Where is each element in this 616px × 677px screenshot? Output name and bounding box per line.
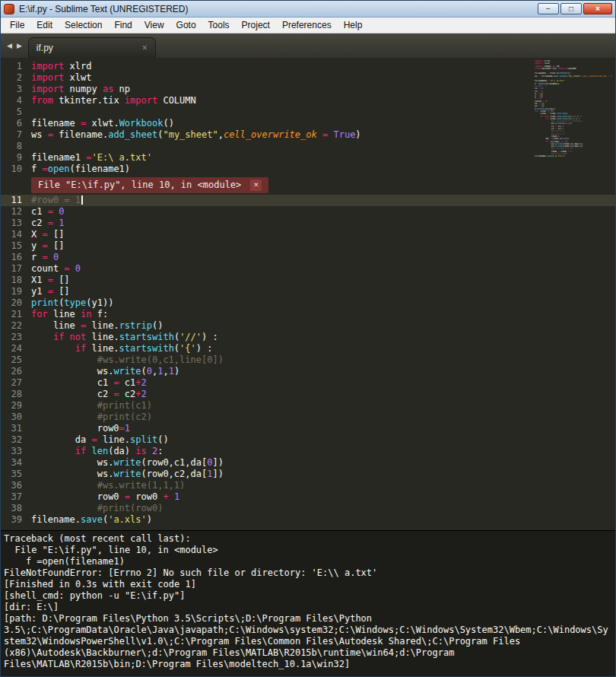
code-line[interactable]: 2import xlwt (1, 72, 615, 84)
tab-scroll-right-icon[interactable]: ▶ (17, 42, 22, 49)
window-title: E:\if.py - Sublime Text (UNREGISTERED) (19, 4, 189, 14)
line-number: 23 (1, 332, 31, 343)
code-line[interactable]: 9filename1 ='E:\ a.txt' (1, 152, 615, 164)
code-line[interactable]: 39filename.save('a.xls') (1, 514, 615, 526)
code-line[interactable]: 36 #ws.write(1,1,1) (1, 480, 615, 491)
line-number: 10 (1, 164, 31, 175)
menu-bar: FileEditSelectionFindViewGotoToolsProjec… (1, 17, 615, 33)
code-line[interactable]: 24 if line.startswith('{') : (1, 343, 615, 354)
code-line[interactable]: 3import numpy as np (1, 84, 615, 95)
console-line: File "E:\if.py", line 10, in <module> (4, 545, 612, 556)
line-number: 4 (1, 95, 31, 106)
minimap[interactable]: import xlrdimport xlwtimport numpy as np… (535, 60, 612, 158)
line-number: 31 (1, 423, 31, 434)
code-text: #print(c1) (31, 400, 615, 412)
menu-item-find[interactable]: Find (108, 18, 138, 32)
phantom-close-icon[interactable]: × (250, 180, 262, 191)
code-line[interactable]: 35 ws.write(row0,c2,da[1]) (1, 469, 615, 480)
code-text: X = [] (31, 229, 615, 240)
code-line[interactable]: 12c1 = 0 (1, 206, 615, 218)
code-line[interactable]: 26 ws.write(0,1,1) (1, 366, 615, 377)
line-number: 16 (1, 252, 31, 263)
code-line[interactable]: 13c2 = 1 (1, 218, 615, 229)
code-line[interactable]: 32 da = line.split() (1, 434, 615, 446)
menu-item-project[interactable]: Project (236, 18, 276, 32)
line-number: 12 (1, 206, 31, 218)
code-line[interactable]: 21for line in f: (1, 309, 615, 320)
code-text: y1 = [] (31, 286, 615, 297)
title-bar[interactable]: E:\if.py - Sublime Text (UNREGISTERED) −… (1, 1, 615, 17)
code-line[interactable]: 31 row0=1 (1, 423, 615, 434)
tab-ifpy[interactable]: if.py × (28, 37, 156, 58)
line-number: 13 (1, 218, 31, 229)
tab-scroll-left-icon[interactable]: ◀ (7, 42, 12, 49)
code-line[interactable]: 14X = [] (1, 229, 615, 240)
code-line[interactable]: 29 #print(c1) (1, 400, 615, 412)
code-line[interactable]: 6filename = xlwt.Workbook() (1, 118, 615, 129)
code-line[interactable]: 16r = 0 (1, 252, 615, 263)
code-text: ws.write(0,1,1) (31, 366, 615, 377)
code-line[interactable]: 34 ws.write(row0,c1,da[0]) (1, 457, 615, 469)
code-text: ws = filename.add_sheet("my_sheet",cell_… (31, 129, 615, 141)
menu-item-goto[interactable]: Goto (170, 18, 202, 32)
editor[interactable]: 1import xlrd2import xlwt3import numpy as… (1, 58, 615, 530)
code-text: r = 0 (31, 252, 615, 263)
code-line[interactable]: 38 #print(row0) (1, 503, 615, 514)
line-number: 37 (1, 491, 31, 503)
console-line: [dir: E:\] (4, 602, 612, 613)
line-number: 25 (1, 354, 31, 366)
line-number: 33 (1, 446, 31, 457)
code-line[interactable]: 37 row0 = row0 + 1 (1, 491, 615, 503)
code-line[interactable]: 27 c1 = c1+2 (1, 377, 615, 389)
code-line[interactable]: 17count = 0 (1, 263, 615, 275)
line-number: 36 (1, 480, 31, 491)
code-text: #print(row0) (31, 503, 615, 514)
code-line[interactable]: 15y = [] (1, 240, 615, 252)
line-number: 30 (1, 412, 31, 423)
code-text: for line in f: (31, 309, 615, 320)
code-text: import xlwt (31, 72, 615, 84)
line-number: 18 (1, 275, 31, 286)
menu-item-selection[interactable]: Selection (59, 18, 108, 32)
menu-item-tools[interactable]: Tools (202, 18, 236, 32)
minimize-button[interactable]: − (538, 3, 559, 14)
line-number: 5 (1, 106, 31, 118)
code-text: X1 = [] (31, 275, 615, 286)
phantom-error-text: File "E:\if.py", line 10, in <module> (38, 180, 241, 190)
code-text: c1 = c1+2 (31, 377, 615, 389)
code-line[interactable]: 5 (1, 106, 615, 118)
menu-item-edit[interactable]: Edit (30, 18, 59, 32)
code-line[interactable]: 30 #print(c2) (1, 412, 615, 423)
console-panel[interactable]: Traceback (most recent call last): File … (1, 530, 615, 676)
code-area[interactable]: 1import xlrd2import xlwt3import numpy as… (1, 61, 615, 526)
minimap-line: filename.save('a.xls') (535, 155, 612, 157)
text-caret (81, 195, 83, 205)
code-line[interactable]: 4from tkinter.tix import COLUMN (1, 95, 615, 106)
code-text: #ws.write(1,1,1) (31, 480, 615, 491)
console-line: [Finished in 0.3s with exit code 1] (4, 579, 612, 590)
code-line[interactable]: 20print(type(y1)) (1, 297, 615, 309)
sublime-window: E:\if.py - Sublime Text (UNREGISTERED) −… (0, 0, 616, 677)
menu-item-preferences[interactable]: Preferences (276, 18, 338, 32)
code-line[interactable]: 7ws = filename.add_sheet("my_sheet",cell… (1, 129, 615, 141)
code-line[interactable]: 8 (1, 141, 615, 152)
code-line[interactable]: 33 if len(da) is 2: (1, 446, 615, 457)
menu-item-help[interactable]: Help (338, 18, 369, 32)
code-text (31, 106, 615, 118)
code-line[interactable]: 23 if not line.startswith('//') : (1, 332, 615, 343)
code-text: row0=1 (31, 423, 615, 434)
code-line[interactable]: 25 #ws.write(0,c1,line[0]) (1, 354, 615, 366)
console-line: Traceback (most recent call last): (4, 533, 612, 545)
code-line[interactable]: 22 line = line.rstrip() (1, 320, 615, 332)
menu-item-file[interactable]: File (4, 18, 30, 32)
menu-item-view[interactable]: View (138, 18, 170, 32)
maximize-button[interactable]: □ (560, 3, 582, 14)
code-line[interactable]: 1import xlrd (1, 61, 615, 72)
code-line[interactable]: 18X1 = [] (1, 275, 615, 286)
code-line[interactable]: 11#row0 = 1 (1, 195, 615, 206)
tab-close-icon[interactable]: × (142, 43, 148, 53)
code-line[interactable]: 28 c2 = c2+2 (1, 389, 615, 400)
code-line[interactable]: 19y1 = [] (1, 286, 615, 297)
code-line[interactable]: 10f =open(filename1) (1, 164, 615, 175)
close-button[interactable]: × (583, 3, 612, 14)
